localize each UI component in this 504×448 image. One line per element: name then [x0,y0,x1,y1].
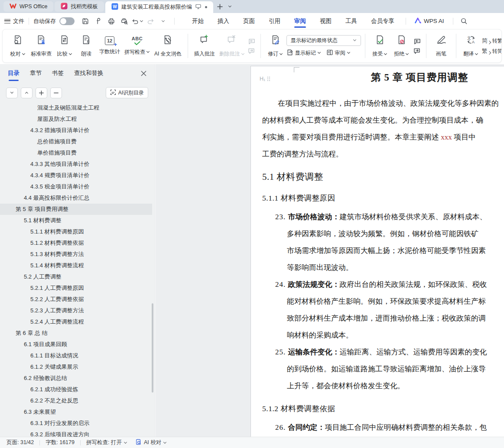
markup-state-dropdown[interactable]: 显示标记的最终状态 [286,35,361,46]
outline-item[interactable]: 6.3.1 对行业发展的启示 [0,418,152,429]
outline-item[interactable]: 5.2.1 人工费调整原因 [0,282,152,294]
menu-tab-审阅[interactable]: 审阅 [287,13,313,29]
sidebar-tab-目录[interactable]: 目录 [8,69,20,81]
save-icon[interactable] [79,16,91,27]
document-area[interactable]: H₁ 第 5 章 项目费用调整 在项目实施过程中，由于市场价格波动、政策法规变化… [155,64,504,437]
outline-item[interactable]: 6.1 项目成果回顾 [0,339,152,350]
outline-item[interactable]: 5.2 人工费调整 [0,271,152,282]
outline-item[interactable]: 5.2.4 人工费调整流程 [0,316,152,328]
outline-item[interactable]: 5.1.4 材料费调整流程 [0,260,152,271]
wps-ai-button[interactable]: WPS AI [410,17,449,25]
outline-item[interactable]: 屋面及防水工程 [0,114,152,125]
outline-item[interactable]: 5.1.1 材料费调整原因 [0,226,152,237]
ai-recognize-outline-button[interactable]: AI识别目录 [106,87,148,98]
menu-tab-页面[interactable]: 页面 [236,13,262,29]
outline-item[interactable]: 5.2.3 人工费调整方法 [0,305,152,316]
outline-item[interactable]: 6.1.2 关键成果展示 [0,361,152,373]
new-tab-icon[interactable] [215,1,225,12]
outline-item[interactable]: 6.3.2 后续项目改进方向 [0,429,152,437]
tab-document[interactable]: W 建筑安装工程最高投标限价编 [105,1,214,13]
minus-icon[interactable] [50,88,62,98]
translate-button[interactable]: 文A 翻译 [460,32,482,59]
outline-item[interactable]: 4.3.2 措施项目清单计价 [0,125,152,136]
review-pane-button[interactable]: 审阅 [326,49,351,57]
word-count-indicator[interactable]: 字数: 16179 [46,439,75,446]
standard-review-button[interactable]: 标准审查 [29,32,54,59]
outline-item[interactable]: 4.3.4 规费项目清单计价 [0,170,152,181]
redo-icon[interactable] [144,16,156,27]
more-icon[interactable] [157,16,169,27]
spell-check-status[interactable]: 拼写检查: 打开 [86,439,127,446]
read-aloud-button[interactable]: 朗读 [75,32,97,59]
outline-item[interactable]: 第 6 章 总 结 [0,328,152,339]
ai-polish-button[interactable]: AI 全文润色 [152,32,184,59]
compare-button[interactable]: 比较 [54,32,75,59]
accept-button[interactable]: 接受 [369,32,391,59]
file-menu[interactable]: 文件 [13,17,24,25]
tab-dropdown-icon[interactable] [225,1,235,12]
revise-button[interactable]: 修订 [265,32,286,59]
outline-item[interactable]: 6.1.1 目标达成情况 [0,350,152,361]
show-markup-button[interactable]: 显示标记 [286,49,321,57]
to-simplified-button[interactable]: 繁 转简 [482,47,502,55]
proofread-button[interactable]: 校对 [7,32,29,59]
collapse-icon[interactable] [6,88,18,98]
outline-item[interactable]: 4.3.3 其他项目清单计价 [0,159,152,170]
sidebar-tab-查找和替换[interactable]: 查找和替换 [74,69,104,81]
hamburger-icon[interactable] [4,19,10,23]
spell-check-button[interactable]: ABC 拼写检查 [122,35,152,58]
next-change-icon[interactable] [413,48,421,54]
print-preview-icon[interactable] [118,16,130,27]
plus-icon[interactable] [36,88,47,98]
menu-tab-开始[interactable]: 开始 [185,13,211,29]
to-traditional-button[interactable]: 简 转繁 [482,37,502,45]
undo-icon[interactable] [131,16,143,27]
autosave-toggle[interactable] [59,17,75,25]
list-item-line: 等影响而出现波动。 [262,259,504,276]
prev-change-icon[interactable] [413,38,421,44]
brush-button[interactable]: 画笔 [430,32,452,59]
menu-tab-引用[interactable]: 引用 [262,13,287,29]
menu-tab-插入[interactable]: 插入 [211,13,236,29]
outline-item[interactable]: 6.2.1 成功经验提炼 [0,384,152,395]
export-icon[interactable] [92,16,104,27]
outline-item[interactable]: 5.1 材料费调整 [0,215,152,226]
outline-item[interactable]: 单价措施项目费 [0,147,152,159]
close-icon[interactable] [140,70,147,77]
word-count-button[interactable]: 12+ 字数统计 [97,35,122,57]
outline-item[interactable]: 6.3 未来展望 [0,406,152,418]
autosave-label: 自动保存 [33,17,56,25]
prev-comment-icon[interactable] [248,38,256,44]
outline-item[interactable]: 6.2 经验教训总结 [0,373,152,384]
outline-item[interactable]: 5.2.2 人工费调整依据 [0,294,152,305]
delete-comment-button[interactable]: 删除批注 [217,32,247,59]
drag-handle-icon[interactable] [267,77,270,81]
expand-icon[interactable] [21,88,33,98]
insert-comment-button[interactable]: 插入批注 [192,32,217,59]
reject-button[interactable]: 拒绝 [391,32,413,59]
outline-item[interactable]: 4.3.5 税金项目清单计价 [0,181,152,192]
sidebar-tab-章节[interactable]: 章节 [30,69,42,81]
list-item-number: 23. [275,213,288,221]
sidebar-tab-书签[interactable]: 书签 [52,69,64,81]
outline-item[interactable]: 5.1.3 材料费调整方法 [0,249,152,260]
menu-tab-会员专享[interactable]: 会员专享 [364,13,401,29]
tab-wps-office[interactable]: WPS Office [3,1,53,12]
outline-item[interactable]: 混凝土及钢筋混凝土工程 [0,102,152,114]
menu-tab-工具[interactable]: 工具 [338,13,364,29]
sidebar-scrollbar[interactable] [152,303,153,393]
next-comment-icon[interactable] [248,48,256,54]
search-icon[interactable] [458,16,470,27]
outline-item[interactable]: 总价措施项目费 [0,136,152,147]
outline-item-label: 6.2.1 成功经验提炼 [30,386,78,393]
outline-item[interactable]: 6.2.2 不足之处反思 [0,395,152,406]
menu-tab-视图[interactable]: 视图 [313,13,338,29]
document-page[interactable]: H₁ 第 5 章 项目费用调整 在项目实施过程中，由于市场价格波动、政策法规变化… [250,66,504,437]
ai-proof-button[interactable]: AI 校对 [136,439,167,446]
list-item-line: 致部分材料生产成本增加，进而推动价格上涨；税收政策的调 [262,310,504,327]
print-icon[interactable] [105,16,117,27]
outline-item[interactable]: 5.1.2 材料费调整依据 [0,237,152,249]
outline-item[interactable]: 第 5 章 项目费用调整 [0,204,152,215]
outline-item[interactable]: 4.4 最高投标限价计价汇总 [0,192,152,204]
tab-docer-templates[interactable]: 找稻壳模板 [55,1,104,12]
